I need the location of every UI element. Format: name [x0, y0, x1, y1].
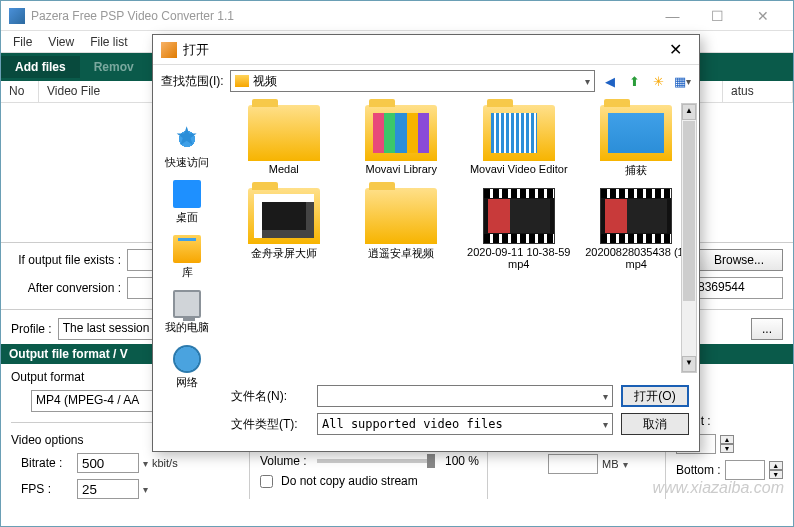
cancel-button[interactable]: 取消 [621, 413, 689, 435]
crop-bottom-input[interactable] [725, 460, 765, 480]
file-label: 2020-09-11 10-38-59 mp4 [464, 246, 574, 270]
file-browser[interactable]: MedalMovavi LibraryMovavi Video Editor捕获… [221, 97, 699, 379]
folder-icon [483, 105, 555, 161]
place-thispc[interactable]: 我的电脑 [165, 290, 209, 335]
filename-input[interactable]: ▾ [317, 385, 613, 407]
filename-label: 文件名(N): [231, 388, 309, 405]
file-item[interactable]: 20200828035438 (1) mp4 [580, 186, 694, 272]
no-audio-label: Do not copy audio stream [281, 474, 418, 488]
output-dir-input[interactable]: 8369544 [693, 277, 783, 299]
file-label: Movavi Video Editor [470, 163, 568, 175]
browse-button[interactable]: Browse... [695, 249, 783, 271]
profile-label: Profile : [11, 322, 52, 336]
folder-icon [248, 188, 320, 244]
place-quick-access[interactable]: 快速访问 [165, 125, 209, 170]
bitrate-unit: kbit/s [152, 457, 178, 469]
file-item[interactable]: 捕获 [580, 103, 694, 180]
file-item[interactable]: Movavi Library [345, 103, 459, 180]
profile-extra-button[interactable]: ... [751, 318, 783, 340]
minimize-button[interactable]: — [650, 2, 695, 30]
file-label: 捕获 [625, 163, 647, 178]
star-icon [173, 125, 201, 153]
places-bar: 快速访问 桌面 库 我的电脑 网络 [153, 97, 221, 451]
lookin-select[interactable]: 视频 ▾ [230, 70, 595, 92]
no-audio-checkbox[interactable] [260, 475, 273, 488]
dialog-icon [161, 42, 177, 58]
if-exists-label: If output file exists : [11, 253, 121, 267]
file-label: Medal [269, 163, 299, 175]
spin-down[interactable]: ▼ [720, 444, 734, 453]
folder-icon [248, 105, 320, 161]
place-desktop[interactable]: 桌面 [173, 180, 201, 225]
volume-value: 100 % [445, 454, 479, 468]
file-item[interactable]: Movavi Video Editor [462, 103, 576, 180]
menu-view[interactable]: View [40, 33, 82, 51]
file-item[interactable]: Medal [227, 103, 341, 180]
dialog-titlebar: 打开 ✕ [153, 35, 699, 65]
scroll-up-button[interactable]: ▲ [682, 104, 696, 120]
scrollbar[interactable]: ▲ ▼ [681, 103, 697, 373]
app-icon [9, 8, 25, 24]
filetype-label: 文件类型(T): [231, 416, 309, 433]
fps-label: FPS : [21, 482, 73, 496]
nav-back-icon[interactable]: ◀ [601, 72, 619, 90]
menu-filelist[interactable]: File list [82, 33, 135, 51]
file-item[interactable]: 2020-09-11 10-38-59 mp4 [462, 186, 576, 272]
close-button[interactable]: ✕ [740, 2, 785, 30]
bitrate-input[interactable] [77, 453, 139, 473]
desktop-icon [173, 180, 201, 208]
lookin-value: 视频 [253, 73, 277, 90]
file-label: 金舟录屏大师 [251, 246, 317, 261]
remove-button[interactable]: Remov [80, 56, 148, 78]
folder-icon [235, 75, 249, 87]
filesize-input[interactable] [548, 454, 598, 474]
file-label: 逍遥安卓视频 [368, 246, 434, 261]
scroll-down-button[interactable]: ▼ [682, 356, 696, 372]
file-open-dialog: 打开 ✕ 查找范围(I): 视频 ▾ ◀ ⬆ ✳ ▦▾ 快速访问 桌面 库 我的… [152, 34, 700, 452]
spin-up[interactable]: ▲ [769, 461, 783, 470]
volume-label: Volume : [260, 454, 307, 468]
file-item[interactable]: 逍遥安卓视频 [345, 186, 459, 272]
crop-bottom-label: Bottom : [676, 463, 721, 477]
computer-icon [173, 290, 201, 318]
file-label: 20200828035438 (1) mp4 [582, 246, 692, 270]
after-conversion-label: After conversion : [11, 281, 121, 295]
main-titlebar: Pazera Free PSP Video Converter 1.1 — ☐ … [1, 1, 793, 31]
scroll-thumb[interactable] [683, 121, 695, 301]
add-files-button[interactable]: Add files [1, 56, 80, 78]
app-title: Pazera Free PSP Video Converter 1.1 [31, 9, 650, 23]
col-status: atus [723, 81, 793, 102]
file-item[interactable]: 金舟录屏大师 [227, 186, 341, 272]
place-libraries[interactable]: 库 [173, 235, 201, 280]
network-icon [173, 345, 201, 373]
lookin-label: 查找范围(I): [161, 73, 224, 90]
col-no: No [1, 81, 39, 102]
open-button[interactable]: 打开(O) [621, 385, 689, 407]
folder-icon [600, 105, 672, 161]
folder-icon [365, 188, 437, 244]
maximize-button[interactable]: ☐ [695, 2, 740, 30]
fps-input[interactable] [77, 479, 139, 499]
nav-view-icon[interactable]: ▦▾ [673, 72, 691, 90]
video-icon [483, 188, 555, 244]
spin-up[interactable]: ▲ [720, 435, 734, 444]
library-icon [173, 235, 201, 263]
folder-icon [365, 105, 437, 161]
bitrate-label: Bitrate : [21, 456, 73, 470]
dialog-title: 打开 [183, 41, 659, 59]
file-label: Movavi Library [365, 163, 437, 175]
video-icon [600, 188, 672, 244]
filetype-select[interactable]: All supported video files▾ [317, 413, 613, 435]
menu-file[interactable]: File [5, 33, 40, 51]
dialog-close-button[interactable]: ✕ [659, 40, 691, 59]
place-network[interactable]: 网络 [173, 345, 201, 390]
filesize-unit: MB [602, 458, 619, 470]
nav-up-icon[interactable]: ⬆ [625, 72, 643, 90]
volume-slider[interactable] [317, 459, 435, 463]
nav-newfolder-icon[interactable]: ✳ [649, 72, 667, 90]
spin-down[interactable]: ▼ [769, 470, 783, 479]
